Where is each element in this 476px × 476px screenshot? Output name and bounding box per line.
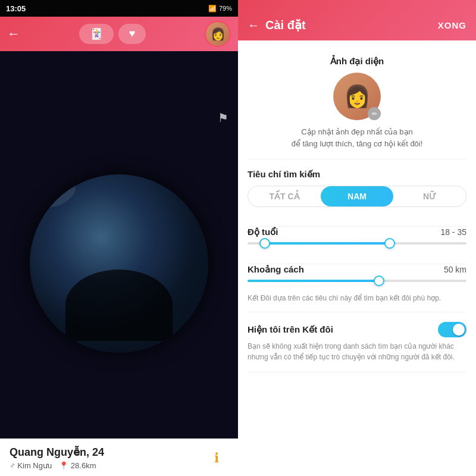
info-icon[interactable]: ℹ bbox=[214, 450, 219, 466]
distance-label: Khoảng cách bbox=[248, 264, 304, 275]
status-time: 13:05 bbox=[6, 4, 26, 13]
back-button[interactable]: ← bbox=[7, 26, 20, 42]
settings-done-button[interactable]: XONG bbox=[438, 20, 466, 30]
age-label: Độ tuổi bbox=[248, 227, 278, 237]
search-criteria-section: Tiêu chí tìm kiếm TẤT CẢ NAM NỮ bbox=[248, 169, 466, 227]
avatar-caption-line1: Cập nhật ảnh đẹp nhất của bạn bbox=[301, 127, 413, 136]
card-image-area: ⚑ bbox=[0, 51, 238, 476]
flag-icon[interactable]: ⚑ bbox=[218, 111, 228, 125]
toggle-label: Hiện tôi trên Kết đôi bbox=[248, 324, 333, 335]
age-value: 18 - 35 bbox=[440, 227, 466, 237]
settings-body: Ảnh đại diện 👩 ✏ Cập nhật ảnh đẹp nhất c… bbox=[238, 40, 476, 372]
nav-pills: 🃏 ♥ bbox=[27, 24, 198, 44]
tab-nam[interactable]: NAM bbox=[321, 186, 393, 206]
heart-pill[interactable]: ♥ bbox=[118, 24, 146, 44]
tab-nu[interactable]: NỮ bbox=[393, 186, 466, 206]
tab-tat-ca[interactable]: TẤT CẢ bbox=[248, 186, 321, 206]
distance-slider-fill bbox=[248, 280, 379, 282]
visibility-hint: Bạn sẽ không xuất hiện trong danh sách t… bbox=[248, 341, 466, 362]
toggle-row: Hiện tôi trên Kết đôi bbox=[248, 322, 466, 337]
search-criteria-label: Tiêu chí tìm kiếm bbox=[248, 169, 466, 180]
status-icons: 📶 79% bbox=[208, 5, 232, 12]
card-zodiac: ♂ Kim Ngưu bbox=[10, 461, 52, 470]
avatar-edit-button[interactable]: ✏ bbox=[368, 107, 381, 120]
right-panel: ← Cài đặt XONG Ảnh đại diện 👩 ✏ Cập nhật… bbox=[238, 0, 476, 476]
top-navigation-bar: ← 🃏 ♥ 👩 bbox=[0, 17, 238, 51]
distance-slider-thumb[interactable] bbox=[374, 275, 384, 286]
distance-slider-row: Khoảng cách 50 km bbox=[248, 264, 466, 275]
toggle-hint-line1: Bạn sẽ không xuất hiện trong danh sách t… bbox=[248, 342, 454, 350]
distance-slider-track[interactable] bbox=[248, 280, 466, 282]
avatar-section: Ảnh đại diện 👩 ✏ Cập nhật ảnh đẹp nhất c… bbox=[248, 40, 466, 159]
card-distance: 📍 28.6km bbox=[59, 461, 96, 470]
age-slider-thumb-min[interactable] bbox=[259, 238, 270, 249]
settings-header-left: ← Cài đặt bbox=[248, 18, 306, 32]
criteria-tabs: TẤT CẢ NAM NỮ bbox=[248, 186, 466, 207]
fish-eye-photo bbox=[30, 174, 208, 353]
toggle-hint-line2: nhưng vẫn có thể tiếp tục trò chuyện với… bbox=[248, 353, 455, 361]
distance-slider-section: Khoảng cách 50 km Kết Đôi dựa trên các t… bbox=[248, 264, 466, 312]
cards-icon: 🃏 bbox=[90, 27, 103, 40]
card-person-name: Quang Nguyễn, 24 bbox=[10, 446, 228, 459]
toggle-knob bbox=[453, 324, 465, 336]
avatar-section-label: Ảnh đại diện bbox=[330, 56, 384, 67]
age-slider-thumb-max[interactable] bbox=[384, 238, 395, 249]
edit-pencil-icon: ✏ bbox=[372, 110, 377, 118]
avatar-caption-line2: để tăng lượt thích, tăng cơ hội kết đôi! bbox=[292, 139, 423, 148]
avatar-highlight-image: 👩 bbox=[206, 22, 230, 46]
photo-reflection bbox=[40, 178, 80, 212]
battery-text: 79% bbox=[219, 5, 232, 12]
avatar-wrapper[interactable]: 👩 ✏ bbox=[333, 73, 381, 120]
age-slider-row: Độ tuổi 18 - 35 bbox=[248, 227, 466, 237]
signal-icon: 📶 bbox=[208, 5, 217, 12]
settings-back-button[interactable]: ← bbox=[248, 18, 259, 32]
visibility-toggle[interactable] bbox=[438, 322, 466, 337]
avatar-caption: Cập nhật ảnh đẹp nhất của bạn để tăng lư… bbox=[292, 126, 423, 149]
age-slider-section: Độ tuổi 18 - 35 bbox=[248, 227, 466, 264]
card-info-section: Quang Nguyễn, 24 ♂ Kim Ngưu 📍 28.6km ℹ bbox=[0, 439, 238, 476]
cards-pill[interactable]: 🃏 bbox=[79, 24, 114, 44]
settings-title: Cài đặt bbox=[265, 18, 306, 32]
age-slider-fill bbox=[265, 242, 390, 245]
visibility-toggle-section: Hiện tôi trên Kết đôi Bạn sẽ không xuất … bbox=[248, 312, 466, 372]
age-slider-track[interactable] bbox=[248, 242, 466, 245]
heart-icon: ♥ bbox=[129, 27, 136, 39]
distance-value: 50 km bbox=[444, 265, 466, 274]
card-meta-info: ♂ Kim Ngưu 📍 28.6km bbox=[10, 461, 228, 470]
photo-silhouette bbox=[65, 270, 173, 341]
left-panel: 13:05 📶 79% ← 🃏 ♥ 👩 ⚑ Quang Nguy bbox=[0, 0, 238, 476]
distance-hint: Kết Đôi dựa trên các tiêu chí này để tìm… bbox=[248, 293, 466, 303]
profile-avatar-highlight[interactable]: 👩 bbox=[205, 21, 231, 47]
status-bar: 13:05 📶 79% bbox=[0, 0, 238, 17]
settings-header: ← Cài đặt XONG bbox=[238, 0, 476, 40]
